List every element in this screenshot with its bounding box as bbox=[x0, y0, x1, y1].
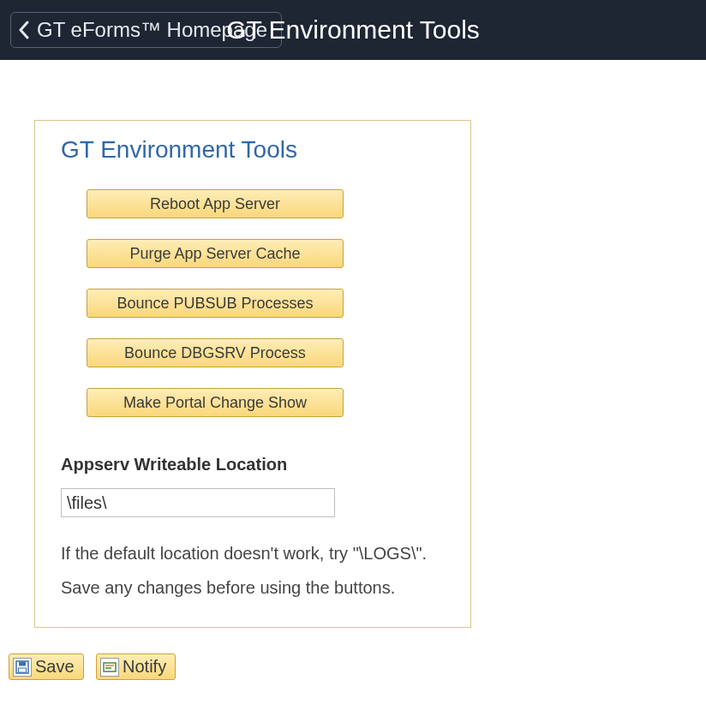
top-bar: GT eForms™ Homepage GT Environment Tools bbox=[0, 0, 706, 60]
notify-button[interactable]: Notify bbox=[96, 653, 176, 680]
save-icon bbox=[13, 658, 32, 677]
save-button-label: Save bbox=[35, 657, 75, 677]
content-area: GT Environment Tools Reboot App Server P… bbox=[0, 60, 706, 645]
svg-rect-2 bbox=[19, 668, 27, 672]
bounce-dbgsrv-process-button[interactable]: Bounce DBGSRV Process bbox=[87, 338, 344, 367]
purge-app-server-cache-button[interactable]: Purge App Server Cache bbox=[87, 239, 344, 268]
appserv-location-label: Appserv Writeable Location bbox=[61, 455, 445, 474]
help-text-2: Save any changes before using the button… bbox=[61, 570, 445, 605]
bounce-pubsub-processes-button[interactable]: Bounce PUBSUB Processes bbox=[87, 289, 344, 318]
appserv-location-input[interactable] bbox=[61, 488, 335, 517]
reboot-app-server-button[interactable]: Reboot App Server bbox=[87, 189, 344, 218]
chevron-left-icon bbox=[18, 21, 30, 39]
save-button[interactable]: Save bbox=[9, 653, 84, 680]
notify-button-label: Notify bbox=[123, 657, 166, 677]
notify-icon bbox=[100, 658, 119, 677]
page-title: GT Environment Tools bbox=[226, 15, 480, 45]
tools-panel: GT Environment Tools Reboot App Server P… bbox=[34, 120, 471, 628]
panel-title: GT Environment Tools bbox=[61, 136, 445, 164]
bottom-toolbar: Save Notify bbox=[0, 645, 706, 680]
svg-rect-3 bbox=[104, 663, 116, 671]
help-text-1: If the default location doesn't work, tr… bbox=[61, 536, 445, 570]
svg-rect-1 bbox=[19, 661, 26, 665]
make-portal-change-show-button[interactable]: Make Portal Change Show bbox=[87, 388, 344, 417]
